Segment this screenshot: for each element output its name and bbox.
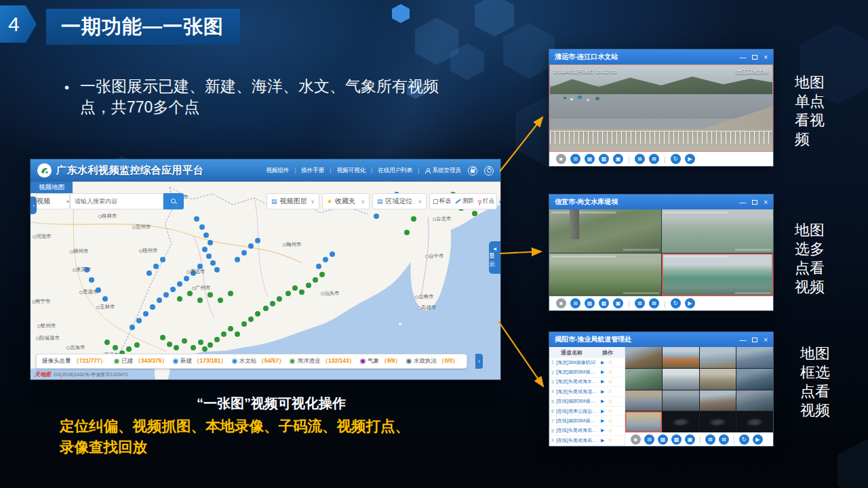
video-layers-dropdown[interactable]: ▤ 视频图层 ∨ <box>267 193 319 209</box>
minimize-icon[interactable]: — <box>739 199 746 206</box>
refresh-button[interactable]: ↻ <box>739 434 749 445</box>
search-box[interactable] <box>70 193 163 209</box>
maximize-icon[interactable] <box>752 338 757 342</box>
legend-collapse-button[interactable]: ‹ <box>475 354 483 369</box>
play-channel-icon[interactable]: ▶ <box>601 369 604 375</box>
lock-button[interactable] <box>468 166 477 176</box>
menu-item[interactable]: 视频组件 <box>266 167 289 175</box>
single-view-button[interactable]: ■ <box>556 154 566 164</box>
display-panel-tab[interactable]: ◀ 显示 <box>489 241 500 274</box>
legend-item[interactable]: 水政执法 （0/0） <box>406 357 461 365</box>
collapse-panel-tab[interactable]: › <box>31 197 37 214</box>
video-thumbnail[interactable] <box>700 347 736 368</box>
channel-row[interactable]: 2 [海况]揭阳36#摄像机04 ▶ ☆ <box>549 367 625 377</box>
tab-video-map[interactable]: 视频地图 <box>31 182 73 193</box>
power-button[interactable] <box>484 166 494 176</box>
refresh-button[interactable]: ↻ <box>671 298 681 308</box>
video-thumbnail-offline[interactable] <box>736 411 773 432</box>
close-channel-button[interactable]: ⊠ <box>635 298 645 308</box>
mark-point-tool[interactable]: 打点 <box>478 197 494 205</box>
minimize-icon[interactable]: — <box>739 336 746 344</box>
video-feed[interactable] <box>549 209 661 253</box>
channel-row[interactable]: 1 [海况]36#摄像机02 ▶ ☆ <box>549 358 625 367</box>
map-canvas[interactable]: 桂林市郴州市赣州市河池市柳州市贺州市梧州市来宾市南宁市贵港市玉林市钦州市防城港市… <box>31 182 500 380</box>
video-feed[interactable] <box>662 209 774 253</box>
channel-row[interactable]: 3 [海况]头尾靖海水产品市场 ▶ ☆ <box>549 378 625 387</box>
close-all-button[interactable]: ⊠ <box>649 154 659 164</box>
admin-menu-item[interactable]: 系统管理员 <box>418 167 461 175</box>
channel-row[interactable]: 8 [在线]头尾靖海石碑南大桥侧-2 ▶ ☆ <box>549 426 625 436</box>
playback-button[interactable]: ▶ <box>753 434 763 445</box>
region-locate-dropdown[interactable]: ▤ 区域定位 ∨ <box>372 193 427 209</box>
favorite-channel-icon[interactable]: ☆ <box>608 399 612 405</box>
sixteen-view-button[interactable]: ▩ <box>599 298 609 308</box>
minimize-icon[interactable]: — <box>739 54 746 61</box>
video-thumbnail[interactable] <box>663 369 699 390</box>
video-thumbnail[interactable] <box>625 347 662 368</box>
channel-row[interactable]: 7 [在线]揭阳36#摄像机03 ▶ ☆ <box>549 416 625 426</box>
channel-row[interactable]: 5 [在线]揭阳36#摄像机01 ▶ ☆ <box>549 397 625 407</box>
favorite-channel-icon[interactable]: ☆ <box>608 388 612 394</box>
channel-row[interactable]: 6 [在线]惠来公路边坡上围 ▶ ☆ <box>549 407 625 416</box>
video-thumbnail-selected[interactable] <box>625 411 662 432</box>
video-thumbnail[interactable] <box>736 390 773 411</box>
video-thumbnail[interactable] <box>663 347 699 368</box>
close-channel-button[interactable]: ⊠ <box>705 434 715 445</box>
channel-type-dropdown[interactable]: 视频 ▾ <box>36 193 70 209</box>
channel-row[interactable]: 9 [在线]头尾靖海石碑南大桥侧-1 ▶ ☆ <box>549 436 625 445</box>
playback-button[interactable]: ▶ <box>685 154 695 164</box>
close-icon[interactable]: × <box>764 54 768 61</box>
favorite-channel-icon[interactable]: ☆ <box>608 379 612 385</box>
video-thumbnail-offline[interactable] <box>663 411 699 432</box>
play-channel-icon[interactable]: ▶ <box>601 379 604 384</box>
video-thumbnail[interactable] <box>700 390 736 411</box>
search-button[interactable] <box>163 193 184 209</box>
favorite-channel-icon[interactable]: ☆ <box>608 369 612 375</box>
menu-item[interactable]: 在线用户列表 <box>366 167 412 175</box>
box-select-tool[interactable]: 框选 <box>433 197 451 205</box>
refresh-button[interactable]: ↻ <box>671 154 681 164</box>
nine-view-button[interactable]: ▦ <box>585 298 595 308</box>
close-channel-button[interactable]: ⊠ <box>635 154 645 164</box>
favorite-channel-icon[interactable]: ☆ <box>608 437 612 443</box>
menu-item[interactable]: 操作手册 <box>289 167 324 175</box>
video-feed[interactable]: 2018年11月06日 15:12:35 连江口水文站 <box>549 64 773 152</box>
maximize-icon[interactable] <box>752 200 757 205</box>
legend-item[interactable]: 水文站 （54/57） <box>232 357 288 365</box>
close-all-button[interactable]: ⊠ <box>649 298 659 308</box>
video-thumbnail[interactable] <box>625 369 662 390</box>
video-thumbnail[interactable] <box>736 347 773 368</box>
playback-button[interactable]: ▶ <box>685 298 695 308</box>
multi-view-button[interactable]: ▣ <box>613 298 623 308</box>
video-thumbnail[interactable] <box>700 369 736 390</box>
play-channel-icon[interactable]: ▶ <box>601 438 604 443</box>
play-channel-icon[interactable]: ▶ <box>601 409 604 414</box>
window-title-bar[interactable]: 揭阳市-渔业局航道管理处 — × <box>549 332 773 347</box>
quad-view-button[interactable]: ⊞ <box>570 154 580 164</box>
video-feed[interactable] <box>549 253 661 297</box>
video-thumbnail[interactable] <box>663 390 699 411</box>
close-all-button[interactable]: ⊠ <box>719 434 729 445</box>
correct-offset-tool[interactable]: ⇄纠偏 <box>498 197 500 205</box>
close-icon[interactable]: × <box>764 199 768 206</box>
search-input[interactable] <box>71 198 152 205</box>
window-title-bar[interactable]: 信宜市-尚文水库堤坝 — × <box>549 195 773 209</box>
video-thumbnail[interactable] <box>625 390 662 411</box>
play-channel-icon[interactable]: ▶ <box>601 360 604 365</box>
favorite-channel-icon[interactable]: ☆ <box>608 359 612 365</box>
video-thumbnail[interactable] <box>736 369 773 390</box>
video-feed-selected[interactable] <box>662 253 774 297</box>
play-channel-icon[interactable]: ▶ <box>601 418 604 424</box>
channel-row[interactable]: 4 [海况]头尾靖海港口瞭望室 ▶ ☆ <box>549 387 625 396</box>
favorite-channel-icon[interactable]: ☆ <box>608 428 612 434</box>
window-title-bar[interactable]: 清远市-连江口水文站 — × <box>549 49 773 64</box>
quad-view-button[interactable]: ⊞ <box>644 434 654 445</box>
multi-view-button[interactable]: ▣ <box>685 434 695 445</box>
play-channel-icon[interactable]: ▶ <box>601 389 604 394</box>
menu-item[interactable]: 视频可视化 <box>324 167 366 175</box>
maximize-icon[interactable] <box>752 55 757 60</box>
legend-item[interactable]: 气象 （9/9） <box>360 357 403 365</box>
sixteen-view-button[interactable]: ▩ <box>599 154 609 164</box>
play-channel-icon[interactable]: ▶ <box>601 428 604 433</box>
legend-item[interactable]: 已建 （343/375） <box>114 357 170 365</box>
